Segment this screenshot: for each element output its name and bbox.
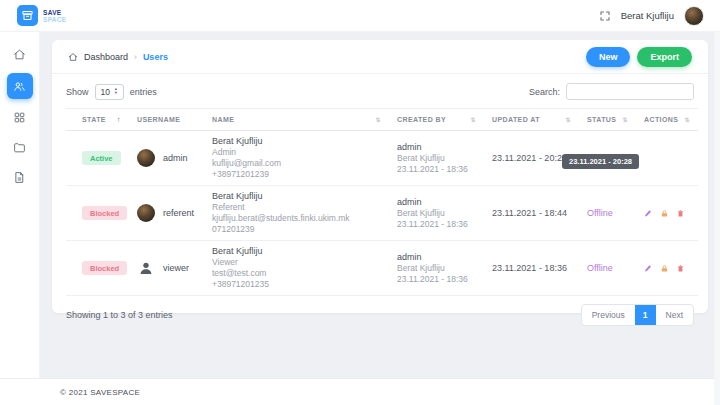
search-control: Search: (529, 83, 694, 100)
copyright-text: © 2021 SAVESPACE (60, 388, 140, 397)
pagination: Previous 1 Next (581, 304, 694, 326)
column-header-status[interactable]: STATUS ⇅ (579, 109, 636, 131)
pagination-page-1[interactable]: 1 (635, 305, 656, 325)
name-cell: Berat Kjufliju Viewer test@test.com +389… (212, 246, 381, 290)
fullscreen-icon[interactable] (599, 10, 611, 22)
username: admin (163, 153, 188, 163)
sidebar-item-home[interactable] (7, 43, 33, 66)
page-size-value: 10 (101, 87, 110, 97)
column-header-state[interactable]: STATE ↑ (66, 109, 129, 131)
document-icon (13, 171, 26, 184)
updated-at: 23.11.2021 - 18:36 (492, 263, 567, 273)
folder-icon (13, 141, 26, 154)
table-row: Blocked referent Berat Kjufliju Referent (66, 186, 698, 241)
export-button[interactable]: Export (637, 47, 692, 67)
pagination-previous[interactable]: Previous (582, 305, 635, 325)
table-row: Blocked viewer Berat Kjufliju (66, 241, 698, 296)
edit-icon[interactable] (644, 209, 653, 218)
lock-icon[interactable] (660, 264, 669, 273)
status-badge: Blocked (82, 261, 127, 275)
edit-icon[interactable] (644, 264, 653, 273)
name-cell: Berat Kjufliju Admin kufliju@gmail.com +… (212, 136, 381, 180)
brand-line-1: SAVE (43, 9, 66, 16)
search-label: Search: (529, 87, 560, 97)
breadcrumb: Dashboard › Users (68, 52, 168, 62)
sort-asc-icon: ↑ (117, 115, 121, 124)
sidebar-item-documents[interactable] (7, 166, 33, 189)
sort-icon: ⇅ (376, 116, 381, 123)
offline-status: Offline (587, 208, 613, 218)
created-by-cell: admin Berat Kjufliju 23.11.2021 - 18:36 (397, 197, 476, 230)
sidebar-item-users[interactable] (7, 73, 33, 99)
table-header-row: STATE ↑ USERNAME NAME ⇅ CREATED BY ⇅ (66, 109, 698, 131)
delete-icon[interactable] (676, 264, 685, 273)
brand-text: SAVE SPACE (43, 9, 66, 23)
topbar-avatar[interactable] (684, 6, 704, 26)
top-bar: SAVE SPACE Berat Kjufliju (0, 0, 720, 32)
column-header-updated-at[interactable]: UPDATED AT ⇅ (484, 109, 579, 131)
main-content: Dashboard › Users New Export Show 10 ▲▼ (40, 32, 720, 378)
sort-icon: ⇅ (623, 116, 628, 123)
page-footer: © 2021 SAVESPACE (0, 378, 720, 405)
avatar (137, 149, 155, 167)
brand-line-2: SPACE (43, 16, 66, 23)
sidebar-item-apps[interactable] (7, 106, 33, 129)
breadcrumb-current-users[interactable]: Users (143, 52, 168, 62)
table-controls: Show 10 ▲▼ entries Search: (66, 83, 694, 100)
show-entries-control: Show 10 ▲▼ entries (66, 84, 157, 100)
sidebar (0, 32, 40, 378)
column-header-actions[interactable]: ACTIONS ⇅ (636, 109, 698, 131)
column-header-name[interactable]: NAME ⇅ (204, 109, 389, 131)
sort-icon: ⇅ (566, 116, 571, 123)
name-cell: Berat Kjufliju Referent kjufliju.berat@s… (212, 191, 381, 235)
page-scrollbar[interactable] (714, 32, 720, 405)
row-actions (644, 264, 690, 273)
column-header-username[interactable]: USERNAME (129, 109, 204, 131)
header-buttons: New Export (586, 47, 692, 67)
page-size-select[interactable]: 10 ▲▼ (95, 84, 124, 100)
updated-at-tooltip: 23.11.2021 - 20:28 (562, 154, 639, 169)
topbar-user-name[interactable]: Berat Kjufliju (621, 10, 674, 21)
sort-icon: ⇅ (685, 116, 690, 123)
breadcrumb-dashboard[interactable]: Dashboard (84, 52, 128, 62)
breadcrumb-home-icon[interactable] (68, 52, 78, 62)
username: viewer (163, 263, 189, 273)
updated-at: 23.11.2021 - 20:28 (492, 153, 567, 163)
new-button[interactable]: New (586, 47, 631, 67)
users-icon (13, 80, 26, 93)
created-by-cell: admin Berat Kjufliju 23.11.2021 - 18:36 (397, 142, 476, 175)
card-body: Show 10 ▲▼ entries Search: (52, 74, 708, 326)
users-table: STATE ↑ USERNAME NAME ⇅ CREATED BY ⇅ (66, 108, 698, 296)
card-header: Dashboard › Users New Export (52, 40, 708, 74)
select-stepper-icon: ▲▼ (114, 88, 118, 95)
table-footer: Showing 1 to 3 of 3 entries Previous 1 N… (66, 296, 694, 326)
column-header-created-by[interactable]: CREATED BY ⇅ (389, 109, 484, 131)
avatar-placeholder-icon (137, 259, 155, 277)
home-icon (13, 48, 26, 61)
breadcrumb-separator: › (134, 52, 137, 62)
row-actions (644, 209, 690, 218)
sort-icon: ⇅ (471, 116, 476, 123)
pagination-next[interactable]: Next (656, 305, 693, 325)
grid-icon (13, 111, 26, 124)
created-by-cell: admin Berat Kjufliju 23.11.2021 - 18:36 (397, 252, 476, 285)
logo-box-icon (17, 5, 38, 26)
status-badge: Blocked (82, 206, 127, 220)
sidebar-item-files[interactable] (7, 136, 33, 159)
updated-at: 23.11.2021 - 18:44 (492, 208, 567, 218)
lock-icon[interactable] (660, 209, 669, 218)
avatar (137, 204, 155, 222)
topbar-right: Berat Kjufliju (599, 6, 704, 26)
app-logo[interactable]: SAVE SPACE (17, 5, 66, 26)
search-input[interactable] (566, 83, 694, 100)
show-label: Show (66, 87, 89, 97)
entries-label: entries (130, 87, 157, 97)
entries-summary: Showing 1 to 3 of 3 entries (66, 310, 173, 320)
delete-icon[interactable] (676, 209, 685, 218)
offline-status: Offline (587, 263, 613, 273)
username: referent (163, 208, 194, 218)
status-badge: Active (82, 151, 121, 165)
users-card: Dashboard › Users New Export Show 10 ▲▼ (52, 40, 708, 313)
